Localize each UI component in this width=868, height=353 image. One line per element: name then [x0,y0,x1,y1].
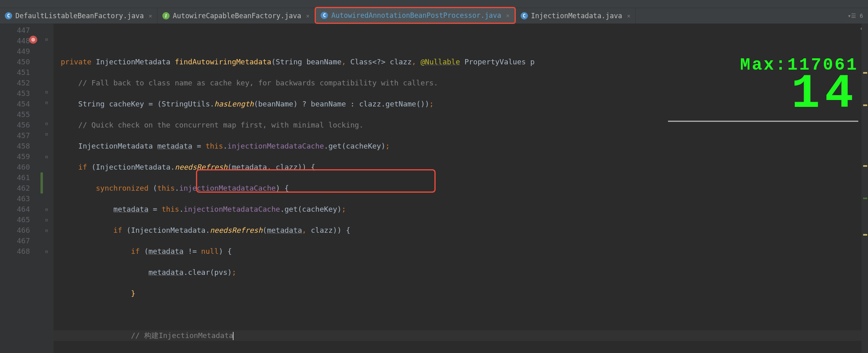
fold-end-icon[interactable]: ⊟ [45,207,50,212]
warning-marker[interactable] [863,72,867,74]
fold-icon[interactable]: ⊟ [45,37,50,42]
tab-label: AutowiredAnnotationBeanPostProcessor.jav… [331,11,501,19]
warning-marker[interactable] [863,104,867,106]
tab-autowire-capable[interactable]: I AutowireCapableBeanFactory.java ✕ [157,8,315,23]
line-number: 449 [0,46,30,57]
line-number: 458 [0,141,30,151]
class-icon: C [521,12,528,19]
error-stripe[interactable] [862,23,868,353]
line-number: 447 [0,25,30,36]
code-line[interactable]: if (InjectionMetadata.needsRefresh(metad… [53,162,868,172]
line-number: 463 [0,194,30,204]
tab-injection-metadata[interactable]: C InjectionMetadata.java ✕ [516,8,636,23]
fold-icon[interactable]: ⊟ [45,132,50,137]
overlay-big: 14 [668,70,858,118]
class-icon: C [321,12,328,19]
code-line[interactable]: if (metadata != null) { [53,246,868,257]
code-line[interactable]: if (InjectionMetadata.needsRefresh(metad… [53,225,868,236]
close-icon[interactable]: ✕ [306,13,309,19]
tab-autowired-annotation[interactable]: C AutowiredAnnotationBeanPostProcessor.j… [315,7,515,24]
line-number: 448 [0,36,30,46]
tabs-overflow[interactable]: ▾☰ 6 [848,13,868,19]
line-gutter[interactable]: 447 448 449 450 451 452 453 454 455 456 … [0,23,40,353]
memory-overlay: Max:117061 14 [668,57,858,122]
line-number: 462 [0,183,30,194]
code-line[interactable] [53,36,868,46]
code-line[interactable] [53,309,868,320]
line-number: 457 [0,130,30,141]
line-number: 452 [0,78,30,88]
class-icon: C [5,12,12,19]
close-icon[interactable]: ✕ [149,13,152,19]
tab-default-listable[interactable]: C DefaultListableBeanFactory.java ✕ [0,8,157,23]
line-number: 467 [0,236,30,246]
editor-tabs: C DefaultListableBeanFactory.java ✕ I Au… [0,8,868,23]
line-number: 460 [0,162,30,172]
tab-label: DefaultListableBeanFactory.java [15,12,144,20]
editor-area: 447 448 449 450 451 452 453 454 455 456 … [0,23,868,353]
line-number: 465 [0,215,30,225]
close-icon[interactable]: ✕ [627,13,630,19]
tab-label: AutowireCapableBeanFactory.java [173,12,301,20]
warning-marker[interactable] [863,234,867,236]
fold-icon[interactable]: ⊟ [45,121,50,126]
change-marker[interactable] [863,198,867,199]
code-line[interactable]: } [53,288,868,299]
fold-end-icon[interactable]: ⊟ [45,155,50,159]
fold-end-icon[interactable]: ⊟ [45,218,50,223]
code-line[interactable]: metadata = this.injectionMetadataCache.g… [53,204,868,215]
line-number: 453 [0,88,30,99]
code-line[interactable]: metadata.clear(pvs); [53,267,868,278]
warning-marker[interactable] [863,165,867,167]
fold-end-icon[interactable]: ⊟ [45,249,50,254]
line-number: 451 [0,67,30,78]
line-number: 455 [0,109,30,120]
line-number: 461 [0,172,30,183]
code-line[interactable]: // 构建InjectionMetadata [53,330,868,341]
breakpoint-icon[interactable] [29,36,37,44]
code-line[interactable]: metadata = buildAutowiringMetadata(clazz… [53,351,868,353]
fold-column[interactable]: ⊟ ⊟ ⊟ ⊟ ⊟ ⊟ ⊟ ⊟ ⊟ ⊟ [43,23,53,353]
line-number: 464 [0,204,30,215]
line-number: 450 [0,57,30,67]
line-number: 454 [0,99,30,109]
interface-icon: I [162,12,170,19]
line-number: 468 [0,246,30,257]
text-cursor [233,332,234,340]
line-number: 459 [0,151,30,162]
line-number: 466 [0,225,30,236]
code-line[interactable]: InjectionMetadata metadata = this.inject… [53,141,868,151]
fold-icon[interactable]: ⊟ [45,100,50,105]
tab-label: InjectionMetadata.java [531,12,622,20]
line-number: 456 [0,120,30,130]
close-icon[interactable]: ✕ [506,12,509,19]
fold-end-icon[interactable]: ⊟ [45,228,50,233]
overflow-indicator: ▾☰ 6 [848,13,863,19]
code-line[interactable]: synchronized (this.injectionMetadataCach… [53,183,868,194]
fold-icon[interactable]: ⊟ [45,90,50,95]
